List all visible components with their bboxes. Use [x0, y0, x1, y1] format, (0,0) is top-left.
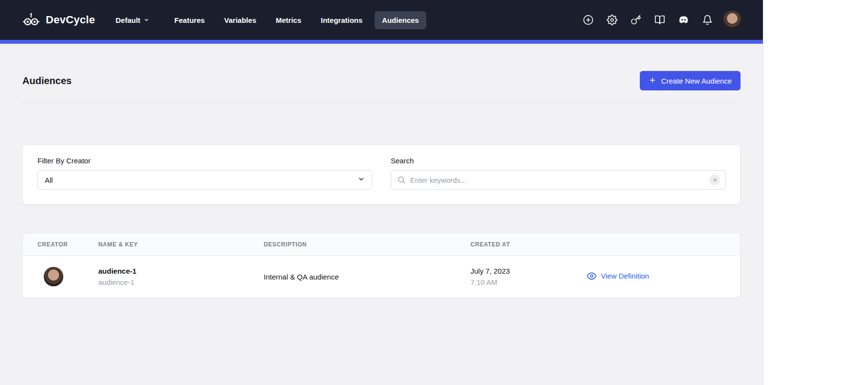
main-nav: Features Variables Metrics Integrations …: [167, 11, 426, 29]
top-nav: DevCycle Default Features Variables Metr…: [0, 0, 763, 40]
nav-item-integrations[interactable]: Integrations: [313, 11, 370, 29]
search-icon: [397, 175, 406, 184]
table-row: audience-1 audience-1 Internal & QA audi…: [23, 256, 740, 298]
project-selector[interactable]: Default: [115, 16, 149, 24]
search-label: Search: [391, 157, 725, 165]
nav-item-variables[interactable]: Variables: [217, 11, 264, 29]
chevron-down-icon: [358, 175, 365, 184]
accent-bar: [0, 40, 763, 44]
audience-key: audience-1: [98, 277, 264, 288]
name-key-cell: audience-1 audience-1: [98, 265, 264, 288]
creator-select[interactable]: All: [37, 170, 372, 190]
view-definition-link[interactable]: View Definition: [587, 271, 649, 281]
discord-icon[interactable]: [675, 12, 692, 28]
clear-search-icon[interactable]: [709, 175, 720, 185]
create-new-audience-label: Create New Audience: [661, 77, 732, 85]
user-avatar[interactable]: [723, 11, 741, 29]
filter-card: Filter By Creator All Search: [22, 144, 741, 205]
page-header: Audiences Create New Audience: [22, 44, 741, 103]
brand-name: DevCycle: [46, 14, 95, 26]
actions-cell: View Definition: [587, 271, 725, 282]
brand[interactable]: DevCycle: [22, 11, 95, 29]
table-header-row: CREATOR NAME & KEY DESCRIPTION CREATED A…: [23, 233, 740, 256]
filter-by-creator-label: Filter By Creator: [37, 157, 372, 165]
created-time: 7:10 AM: [470, 277, 587, 288]
app-window: DevCycle Default Features Variables Metr…: [0, 0, 763, 385]
search-field: Search: [391, 157, 725, 190]
search-input[interactable]: [410, 176, 705, 184]
view-definition-label: View Definition: [601, 272, 649, 280]
audience-name: audience-1: [98, 265, 264, 277]
description-cell: Internal & QA audience: [264, 273, 470, 281]
creator-select-value: All: [45, 176, 53, 184]
gear-icon[interactable]: [604, 12, 620, 28]
search-box: [391, 170, 725, 190]
page-title: Audiences: [22, 75, 72, 87]
col-header-created-at: CREATED AT: [470, 241, 587, 248]
nav-item-features[interactable]: Features: [167, 11, 212, 29]
main-content: Audiences Create New Audience Filter By …: [0, 44, 763, 385]
created-date: July 7, 2023: [470, 265, 587, 277]
nav-icon-group: [580, 11, 741, 29]
nav-item-metrics[interactable]: Metrics: [269, 11, 309, 29]
nav-item-audiences[interactable]: Audiences: [375, 11, 426, 29]
audiences-table: CREATOR NAME & KEY DESCRIPTION CREATED A…: [22, 233, 741, 298]
eye-icon: [587, 271, 597, 281]
project-selector-label: Default: [115, 16, 140, 24]
col-header-description: DESCRIPTION: [264, 241, 470, 248]
creator-avatar: [44, 267, 63, 286]
creator-cell: [37, 267, 98, 286]
create-plus-circle-icon[interactable]: [580, 12, 597, 28]
col-header-creator: CREATOR: [37, 241, 98, 248]
key-icon[interactable]: [628, 12, 644, 28]
devcycle-logo-icon: [22, 11, 40, 29]
outside-area: [763, 0, 868, 385]
create-new-audience-button[interactable]: Create New Audience: [640, 71, 741, 90]
created-at-cell: July 7, 2023 7:10 AM: [470, 265, 587, 288]
book-icon[interactable]: [651, 12, 668, 28]
creator-filter-field: Filter By Creator All: [37, 157, 372, 190]
chevron-down-icon: [144, 16, 149, 24]
bell-icon[interactable]: [699, 12, 716, 28]
plus-icon: [649, 76, 656, 86]
col-header-name-key: NAME & KEY: [98, 241, 264, 248]
